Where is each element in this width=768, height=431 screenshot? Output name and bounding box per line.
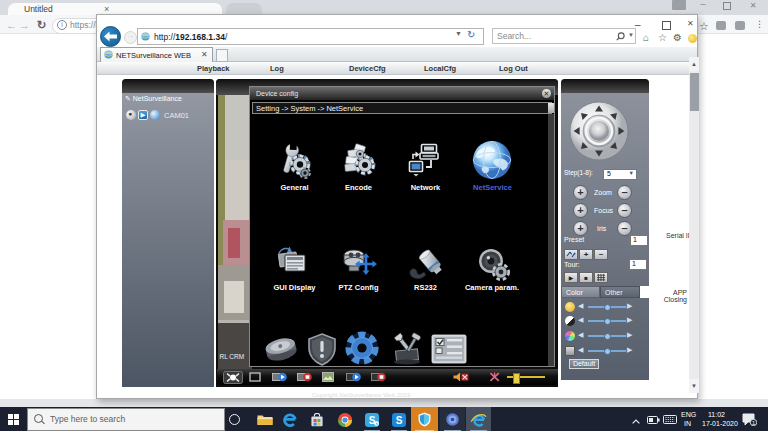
svg-text:S: S	[396, 415, 403, 426]
svg-text:1: 1	[752, 420, 755, 426]
